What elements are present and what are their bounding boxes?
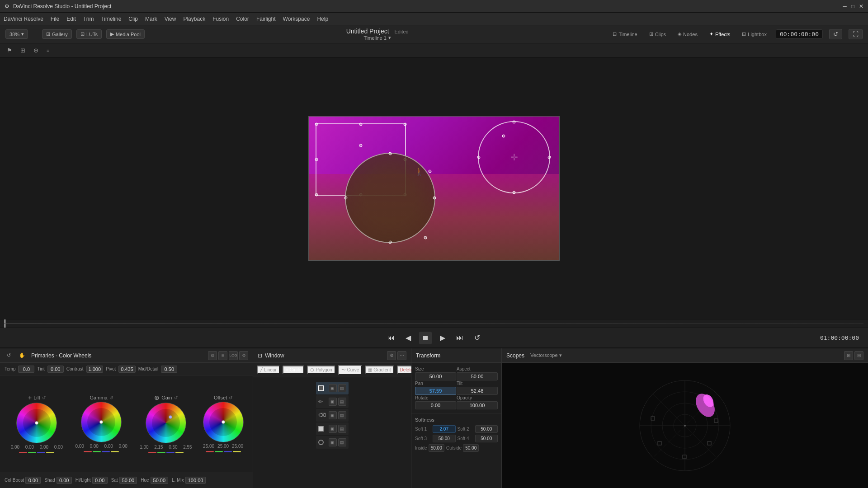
cw-reset-btn[interactable]: ↺ bbox=[5, 352, 13, 359]
cw-eyedropper-btn[interactable]: ✋ bbox=[17, 352, 28, 359]
outside-value[interactable]: 50.00 bbox=[463, 444, 479, 452]
shape-row-4[interactable]: ▣ ▤ bbox=[316, 422, 349, 435]
zoom-selector[interactable]: 38% ▾ bbox=[5, 29, 28, 39]
flag-btn[interactable]: ⚑ bbox=[5, 46, 14, 55]
lightbox-btn[interactable]: ⊞ Lightbox bbox=[739, 30, 769, 38]
scopes-type-selector[interactable]: Vectorscope ▾ bbox=[528, 352, 564, 359]
shape-row-1[interactable]: ▣ ▤ bbox=[316, 382, 349, 394]
lift-b-slider[interactable] bbox=[37, 452, 45, 453]
gallery-btn[interactable]: ⊞ Gallery bbox=[42, 29, 72, 39]
menu-davinci[interactable]: DaVinci Resolve bbox=[4, 16, 43, 22]
stop-btn[interactable]: ⏹ bbox=[419, 332, 432, 344]
lift-g-slider[interactable] bbox=[28, 452, 36, 453]
offset-g-slider[interactable] bbox=[215, 451, 223, 452]
soft1-value[interactable]: 2.07 bbox=[433, 425, 456, 433]
loop-transport-btn[interactable]: ↺ bbox=[471, 332, 483, 344]
play-back-btn[interactable]: ◀ bbox=[402, 332, 415, 344]
lift-y-slider[interactable] bbox=[46, 452, 54, 453]
curve-type-btn[interactable]: 〜 Curve bbox=[338, 365, 363, 375]
shape-5-btn-b[interactable]: ▤ bbox=[338, 438, 346, 446]
soft4-value[interactable]: 50.00 bbox=[475, 435, 498, 442]
cp-top-right[interactable] bbox=[404, 123, 407, 126]
gain-b-slider[interactable] bbox=[166, 452, 175, 453]
timeline-view-btn[interactable]: ⊟ Timeline bbox=[610, 30, 640, 38]
soft3-value[interactable]: 50.00 bbox=[433, 435, 456, 442]
loop-btn[interactable]: ↺ bbox=[829, 29, 842, 39]
cp-top-left[interactable] bbox=[315, 123, 318, 126]
gradient-type-btn[interactable]: ▦ Gradient bbox=[365, 366, 394, 374]
shape-2-btn-a[interactable]: ▣ bbox=[329, 398, 337, 406]
l-mix-value[interactable]: 100.00 bbox=[185, 477, 206, 484]
gamma-g-slider[interactable] bbox=[93, 451, 101, 452]
menu-fairlight[interactable]: Fairlight bbox=[256, 16, 276, 22]
clips-view-btn[interactable]: ⊞ Clips bbox=[646, 30, 669, 38]
size-value[interactable]: 50.00 bbox=[415, 372, 456, 380]
cp-bot-left[interactable] bbox=[315, 193, 318, 197]
close-btn[interactable]: ✕ bbox=[859, 3, 863, 9]
linear-type-btn[interactable]: ╱ Linear bbox=[257, 366, 280, 374]
cp-mid-left[interactable] bbox=[315, 158, 318, 161]
cp-top-mid[interactable] bbox=[359, 123, 363, 126]
aspect-value[interactable]: 50.00 bbox=[457, 372, 498, 380]
nodes-btn[interactable]: ◈ Nodes bbox=[675, 30, 700, 38]
offset-color-wheel[interactable] bbox=[203, 402, 244, 442]
scope-menu-btn[interactable]: ⊟ bbox=[854, 351, 863, 360]
menu-playback[interactable]: Playback bbox=[183, 16, 205, 22]
lift-reset-icon[interactable]: ↺ bbox=[42, 395, 46, 400]
window-menu-btn[interactable]: ⋯ bbox=[397, 351, 406, 360]
hi-light-value[interactable]: 0.00 bbox=[92, 477, 108, 484]
gamma-y-slider[interactable] bbox=[111, 451, 119, 452]
menu-clip[interactable]: Clip bbox=[128, 16, 138, 22]
c2-cp-extra1[interactable] bbox=[429, 170, 432, 173]
inside-value[interactable]: 50.00 bbox=[429, 444, 444, 452]
window-circle2-shape[interactable] bbox=[345, 153, 435, 243]
sat-value[interactable]: 50.00 bbox=[119, 477, 137, 484]
tint-value[interactable]: 0.00 bbox=[47, 366, 64, 373]
go-to-start-btn[interactable]: ⏮ bbox=[385, 332, 397, 344]
menu-fusion[interactable]: Fusion bbox=[212, 16, 229, 22]
gamma-color-wheel[interactable] bbox=[81, 402, 122, 442]
menu-timeline[interactable]: Timeline bbox=[101, 16, 121, 22]
temp-value[interactable]: 0.0 bbox=[18, 366, 34, 373]
window-circle-shape[interactable]: ✛ bbox=[478, 121, 550, 193]
cp-inner[interactable] bbox=[359, 144, 363, 147]
offset-reset-icon[interactable]: ↺ bbox=[229, 395, 232, 400]
opacity-value[interactable]: 100.00 bbox=[457, 401, 498, 409]
shape-row-5[interactable]: ▣ ▤ bbox=[316, 436, 349, 449]
c2-cp-left[interactable] bbox=[344, 197, 348, 200]
shape-1-btn-b[interactable]: ▤ bbox=[338, 384, 346, 392]
bars-view-btn[interactable]: ≡ bbox=[218, 351, 227, 360]
timeline-strip[interactable] bbox=[0, 319, 868, 328]
gain-y-slider[interactable] bbox=[175, 452, 184, 453]
gamma-reset-icon[interactable]: ↺ bbox=[109, 395, 113, 400]
lift-dot[interactable] bbox=[35, 421, 38, 425]
menu-trim[interactable]: Trim bbox=[83, 16, 94, 22]
offset-r-slider[interactable] bbox=[206, 451, 214, 452]
shape-1-btn-a[interactable]: ▣ bbox=[329, 384, 337, 392]
shape-row-2[interactable]: ✏ ▣ ▤ bbox=[316, 395, 349, 408]
c2-cp-right[interactable] bbox=[433, 197, 436, 200]
c2-cp-extra2[interactable] bbox=[424, 236, 427, 239]
hue-value[interactable]: 50.00 bbox=[151, 477, 169, 484]
pivot-value[interactable]: 0.435 bbox=[118, 366, 136, 373]
maximize-btn[interactable]: □ bbox=[851, 3, 854, 9]
circle-type-btn[interactable]: ○ Circle bbox=[283, 366, 305, 374]
luts-btn[interactable]: ⊡ LUTs bbox=[76, 29, 102, 39]
menu-help[interactable]: Help bbox=[317, 16, 328, 22]
shad-value[interactable]: 0.00 bbox=[57, 477, 72, 484]
shape-3-btn-b[interactable]: ▤ bbox=[338, 411, 346, 419]
target-btn[interactable]: ⊕ bbox=[31, 46, 41, 55]
mid-detail-value[interactable]: 0.50 bbox=[161, 366, 177, 373]
gain-color-wheel[interactable] bbox=[146, 403, 186, 443]
rotate-value[interactable]: 0.00 bbox=[415, 401, 456, 409]
offset-dot[interactable] bbox=[222, 420, 225, 424]
gain-reset-icon[interactable]: ↺ bbox=[174, 395, 178, 400]
play-btn[interactable]: ▶ bbox=[436, 332, 449, 344]
scope-settings-btn[interactable]: ⊞ bbox=[844, 351, 853, 360]
grid-btn[interactable]: ⊞ bbox=[18, 46, 28, 55]
menu-view[interactable]: View bbox=[165, 16, 176, 22]
go-to-end-btn[interactable]: ⏭ bbox=[453, 332, 466, 344]
shape-5-btn-a[interactable]: ▣ bbox=[329, 438, 337, 446]
shape-4-btn-b[interactable]: ▤ bbox=[338, 425, 346, 433]
soft2-value[interactable]: 50.00 bbox=[475, 425, 498, 433]
